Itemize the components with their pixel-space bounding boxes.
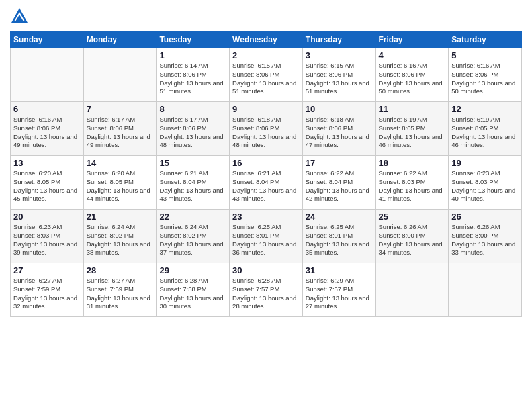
day-info: Sunrise: 6:24 AM Sunset: 8:02 PM Dayligh… — [159, 223, 226, 257]
day-info: Sunrise: 6:23 AM Sunset: 8:03 PM Dayligh… — [451, 169, 519, 203]
week-row-1: 1Sunrise: 6:14 AM Sunset: 8:06 PM Daylig… — [11, 48, 522, 102]
day-number: 2 — [232, 50, 300, 60]
week-row-4: 20Sunrise: 6:23 AM Sunset: 8:03 PM Dayli… — [11, 210, 522, 263]
day-number: 5 — [451, 50, 519, 60]
day-cell: 11Sunrise: 6:19 AM Sunset: 8:05 PM Dayli… — [375, 102, 449, 156]
day-info: Sunrise: 6:29 AM Sunset: 7:57 PM Dayligh… — [306, 277, 373, 311]
day-cell: 6Sunrise: 6:16 AM Sunset: 8:06 PM Daylig… — [11, 102, 84, 156]
day-number: 8 — [159, 104, 226, 114]
day-info: Sunrise: 6:16 AM Sunset: 8:06 PM Dayligh… — [13, 116, 81, 150]
day-cell: 1Sunrise: 6:14 AM Sunset: 8:06 PM Daylig… — [157, 48, 230, 102]
day-number: 15 — [159, 158, 226, 168]
day-number: 31 — [306, 265, 373, 275]
day-cell: 5Sunrise: 6:16 AM Sunset: 8:06 PM Daylig… — [449, 48, 522, 102]
weekday-header-tuesday: Tuesday — [157, 32, 230, 48]
day-number: 24 — [306, 212, 373, 222]
day-cell: 25Sunrise: 6:26 AM Sunset: 8:00 PM Dayli… — [375, 210, 449, 263]
day-cell: 23Sunrise: 6:25 AM Sunset: 8:01 PM Dayli… — [230, 210, 303, 263]
weekday-header-sunday: Sunday — [11, 32, 84, 48]
weekday-header-saturday: Saturday — [449, 32, 522, 48]
day-info: Sunrise: 6:27 AM Sunset: 7:59 PM Dayligh… — [87, 277, 154, 311]
day-info: Sunrise: 6:14 AM Sunset: 8:06 PM Dayligh… — [159, 62, 226, 96]
day-info: Sunrise: 6:22 AM Sunset: 8:03 PM Dayligh… — [379, 169, 446, 203]
day-number: 22 — [159, 212, 226, 222]
day-info: Sunrise: 6:17 AM Sunset: 8:06 PM Dayligh… — [87, 116, 154, 150]
day-cell: 14Sunrise: 6:20 AM Sunset: 8:05 PM Dayli… — [83, 156, 157, 210]
day-info: Sunrise: 6:19 AM Sunset: 8:05 PM Dayligh… — [379, 116, 446, 150]
day-info: Sunrise: 6:16 AM Sunset: 8:06 PM Dayligh… — [451, 62, 519, 96]
day-cell: 7Sunrise: 6:17 AM Sunset: 8:06 PM Daylig… — [83, 102, 157, 156]
day-info: Sunrise: 6:18 AM Sunset: 8:06 PM Dayligh… — [306, 116, 373, 150]
day-cell: 13Sunrise: 6:20 AM Sunset: 8:05 PM Dayli… — [11, 156, 84, 210]
day-info: Sunrise: 6:15 AM Sunset: 8:06 PM Dayligh… — [232, 62, 300, 96]
weekday-header-row: SundayMondayTuesdayWednesdayThursdayFrid… — [11, 32, 522, 48]
day-info: Sunrise: 6:20 AM Sunset: 8:05 PM Dayligh… — [13, 169, 81, 203]
day-info: Sunrise: 6:16 AM Sunset: 8:06 PM Dayligh… — [379, 62, 446, 96]
day-cell: 12Sunrise: 6:19 AM Sunset: 8:05 PM Dayli… — [449, 102, 522, 156]
day-cell: 9Sunrise: 6:18 AM Sunset: 8:06 PM Daylig… — [230, 102, 303, 156]
day-cell: 19Sunrise: 6:23 AM Sunset: 8:03 PM Dayli… — [449, 156, 522, 210]
header — [10, 7, 522, 26]
day-number: 21 — [87, 212, 154, 222]
day-number: 17 — [306, 158, 373, 168]
day-number: 28 — [87, 265, 154, 275]
day-cell: 16Sunrise: 6:21 AM Sunset: 8:04 PM Dayli… — [230, 156, 303, 210]
day-info: Sunrise: 6:17 AM Sunset: 8:06 PM Dayligh… — [159, 116, 226, 150]
day-number: 20 — [13, 212, 81, 222]
day-cell: 30Sunrise: 6:28 AM Sunset: 7:57 PM Dayli… — [230, 263, 303, 317]
calendar-table: SundayMondayTuesdayWednesdayThursdayFrid… — [10, 31, 522, 317]
day-cell: 21Sunrise: 6:24 AM Sunset: 8:02 PM Dayli… — [83, 210, 157, 263]
day-cell: 31Sunrise: 6:29 AM Sunset: 7:57 PM Dayli… — [302, 263, 375, 317]
day-info: Sunrise: 6:28 AM Sunset: 7:57 PM Dayligh… — [232, 277, 300, 311]
day-cell: 17Sunrise: 6:22 AM Sunset: 8:04 PM Dayli… — [302, 156, 375, 210]
day-number: 19 — [451, 158, 519, 168]
day-number: 4 — [379, 50, 446, 60]
day-number: 9 — [232, 104, 300, 114]
day-info: Sunrise: 6:28 AM Sunset: 7:58 PM Dayligh… — [159, 277, 226, 311]
day-info: Sunrise: 6:21 AM Sunset: 8:04 PM Dayligh… — [232, 169, 300, 203]
day-info: Sunrise: 6:22 AM Sunset: 8:04 PM Dayligh… — [306, 169, 373, 203]
weekday-header-friday: Friday — [375, 32, 449, 48]
day-cell: 3Sunrise: 6:15 AM Sunset: 8:06 PM Daylig… — [302, 48, 375, 102]
day-info: Sunrise: 6:27 AM Sunset: 7:59 PM Dayligh… — [13, 277, 81, 311]
day-number: 6 — [13, 104, 81, 114]
day-cell: 8Sunrise: 6:17 AM Sunset: 8:06 PM Daylig… — [157, 102, 230, 156]
logo — [10, 7, 32, 26]
day-cell: 27Sunrise: 6:27 AM Sunset: 7:59 PM Dayli… — [11, 263, 84, 317]
day-cell — [449, 263, 522, 317]
day-number: 11 — [379, 104, 446, 114]
day-number: 16 — [232, 158, 300, 168]
day-cell: 28Sunrise: 6:27 AM Sunset: 7:59 PM Dayli… — [83, 263, 157, 317]
day-info: Sunrise: 6:26 AM Sunset: 8:00 PM Dayligh… — [379, 223, 446, 257]
day-cell — [11, 48, 84, 102]
day-number: 7 — [87, 104, 154, 114]
day-number: 10 — [306, 104, 373, 114]
day-cell: 20Sunrise: 6:23 AM Sunset: 8:03 PM Dayli… — [11, 210, 84, 263]
page: SundayMondayTuesdayWednesdayThursdayFrid… — [0, 0, 532, 411]
day-cell — [375, 263, 449, 317]
day-number: 30 — [232, 265, 300, 275]
day-cell: 10Sunrise: 6:18 AM Sunset: 8:06 PM Dayli… — [302, 102, 375, 156]
day-number: 26 — [451, 212, 519, 222]
day-cell: 18Sunrise: 6:22 AM Sunset: 8:03 PM Dayli… — [375, 156, 449, 210]
day-info: Sunrise: 6:15 AM Sunset: 8:06 PM Dayligh… — [306, 62, 373, 96]
day-number: 12 — [451, 104, 519, 114]
day-number: 25 — [379, 212, 446, 222]
weekday-header-thursday: Thursday — [302, 32, 375, 48]
day-info: Sunrise: 6:25 AM Sunset: 8:01 PM Dayligh… — [306, 223, 373, 257]
week-row-5: 27Sunrise: 6:27 AM Sunset: 7:59 PM Dayli… — [11, 263, 522, 317]
day-info: Sunrise: 6:18 AM Sunset: 8:06 PM Dayligh… — [232, 116, 300, 150]
day-cell: 24Sunrise: 6:25 AM Sunset: 8:01 PM Dayli… — [302, 210, 375, 263]
day-info: Sunrise: 6:25 AM Sunset: 8:01 PM Dayligh… — [232, 223, 300, 257]
day-cell — [83, 48, 157, 102]
weekday-header-monday: Monday — [83, 32, 157, 48]
day-info: Sunrise: 6:23 AM Sunset: 8:03 PM Dayligh… — [13, 223, 81, 257]
day-number: 1 — [159, 50, 226, 60]
weekday-header-wednesday: Wednesday — [230, 32, 303, 48]
day-cell: 2Sunrise: 6:15 AM Sunset: 8:06 PM Daylig… — [230, 48, 303, 102]
day-number: 27 — [13, 265, 81, 275]
day-number: 13 — [13, 158, 81, 168]
day-number: 3 — [306, 50, 373, 60]
day-number: 18 — [379, 158, 446, 168]
day-info: Sunrise: 6:19 AM Sunset: 8:05 PM Dayligh… — [451, 116, 519, 150]
